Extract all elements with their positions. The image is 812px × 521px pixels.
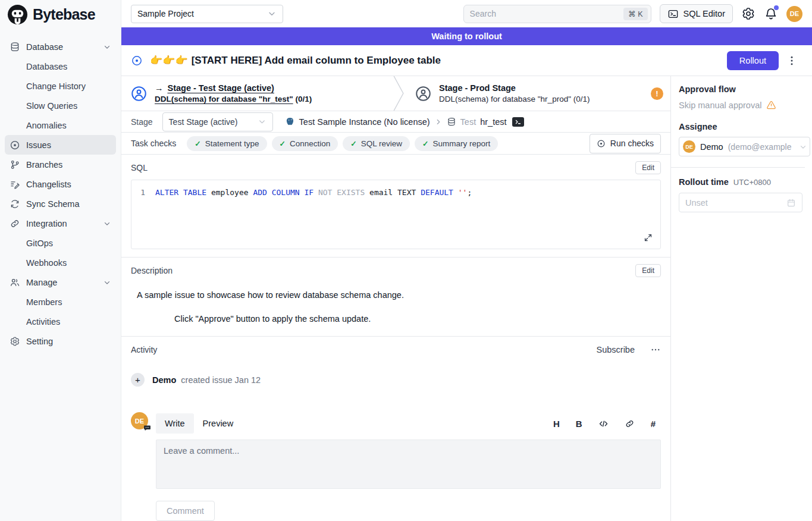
- project-selector-value: Sample Project: [137, 9, 194, 18]
- chevron-down-icon: [103, 219, 111, 228]
- check-icon: ✓: [195, 139, 200, 148]
- run-icon: [597, 139, 606, 148]
- pointing-hand-emoji: 👉👉👉: [150, 55, 188, 66]
- activity-heading: Activity: [131, 345, 157, 354]
- users-icon: [10, 277, 20, 288]
- run-checks-button[interactable]: Run checks: [590, 134, 661, 153]
- sidebar-nav: Database Databases Change History Slow Q…: [0, 29, 121, 351]
- chevron-down-icon: [103, 43, 111, 51]
- gear-icon: [10, 336, 20, 347]
- project-selector[interactable]: Sample Project: [131, 5, 283, 23]
- run-checks-label: Run checks: [610, 139, 654, 148]
- comment-input[interactable]: [156, 440, 661, 489]
- check-pill-label: SQL review: [361, 139, 402, 148]
- sidebar-item-gitops[interactable]: GitOps: [5, 233, 116, 253]
- tab-preview[interactable]: Preview: [194, 413, 243, 434]
- activity-actor: Demo: [152, 375, 176, 385]
- sidebar-item-integration[interactable]: Integration: [5, 214, 116, 233]
- sidebar-item-label: Slow Queries: [26, 101, 77, 111]
- expand-icon[interactable]: [644, 233, 653, 242]
- sql-section: SQL Edit 1 ALTER TABLE employee ADD COLU…: [121, 155, 670, 258]
- sql-token: '': [458, 188, 468, 197]
- ellipsis-menu-icon[interactable]: [650, 344, 661, 355]
- bytebase-logo-icon: [7, 4, 28, 25]
- sql-edit-button[interactable]: Edit: [635, 161, 661, 174]
- sidebar-item-slow-queries[interactable]: Slow Queries: [5, 96, 116, 115]
- description-section: Description Edit A sample issue to showc…: [121, 258, 670, 337]
- description-edit-button[interactable]: Edit: [635, 264, 661, 277]
- check-pill-statement-type[interactable]: ✓ Statement type: [187, 136, 267, 151]
- tab-write[interactable]: Write: [156, 413, 194, 434]
- assignee-selector[interactable]: DE Demo (demo@example: [679, 137, 810, 156]
- check-icon: ✓: [422, 139, 428, 148]
- chevron-down-icon: [267, 9, 277, 18]
- sidebar-item-databases[interactable]: Databases: [5, 57, 116, 76]
- approval-status-text: Skip manual approval: [679, 101, 761, 110]
- database-icon: [10, 42, 20, 52]
- database-link[interactable]: hr_test: [480, 117, 506, 127]
- code-icon[interactable]: [598, 419, 609, 429]
- main-area: Sample Project ⌘ K SQL Editor DE Waiting…: [121, 0, 812, 521]
- chevron-down-icon: [258, 117, 267, 126]
- check-pill-sql-review[interactable]: ✓ SQL review: [343, 136, 410, 151]
- comment-button[interactable]: Comment: [156, 501, 215, 521]
- issue-icon: [10, 140, 20, 150]
- sidebar-item-change-history[interactable]: Change History: [5, 76, 116, 96]
- sidebar-item-setting[interactable]: Setting: [5, 331, 116, 351]
- rollout-time-input[interactable]: [685, 198, 769, 208]
- line-number: 1: [131, 188, 155, 197]
- sidebar-item-label: Activities: [26, 317, 60, 327]
- sidebar-item-changelists[interactable]: Changelists: [5, 174, 116, 194]
- environment-label: Test: [460, 117, 476, 127]
- check-pill-summary-report[interactable]: ✓ Summary report: [415, 136, 498, 151]
- sql-editor-button[interactable]: SQL Editor: [660, 4, 733, 23]
- search-input[interactable]: [470, 9, 624, 18]
- chevron-down-icon: [799, 143, 807, 151]
- branch-icon: [10, 159, 20, 170]
- notifications-bell[interactable]: [764, 7, 778, 21]
- bytebase-logo[interactable]: Bytebase: [0, 0, 121, 29]
- comment-editor: DE Write Preview H B #: [131, 412, 661, 521]
- link-icon[interactable]: [625, 419, 635, 429]
- sidebar-item-label: Sync Schema: [26, 199, 79, 209]
- subscribe-link[interactable]: Subscribe: [597, 345, 635, 354]
- heading-button[interactable]: H: [553, 419, 560, 428]
- sidebar-item-database[interactable]: Database: [5, 37, 116, 57]
- sidebar-item-label: Manage: [26, 278, 57, 287]
- sidebar-item-branches[interactable]: Branches: [5, 155, 116, 174]
- stage-card-prod[interactable]: Stage - Prod Stage DDL(schema) for datab…: [406, 76, 670, 111]
- content-row: → Stage - Test Stage (active) DDL(schema…: [121, 76, 812, 521]
- sql-token: [313, 188, 318, 197]
- gear-icon[interactable]: [741, 7, 755, 21]
- sql-token: DEFAULT: [421, 188, 453, 197]
- description-heading: Description: [131, 266, 173, 275]
- sql-editor: 1 ALTER TABLE employee ADD COLUMN IF NOT…: [131, 180, 661, 249]
- rollout-time-picker[interactable]: [679, 193, 802, 212]
- hash-button[interactable]: #: [651, 419, 656, 428]
- sidebar-item-label: Changelists: [26, 180, 71, 189]
- stage-selector[interactable]: Test Stage (active): [162, 112, 273, 131]
- sidebar-item-sync-schema[interactable]: Sync Schema: [5, 194, 116, 214]
- sidebar-item-activities[interactable]: Activities: [5, 312, 116, 331]
- task-checks-label: Task checks: [131, 139, 176, 148]
- sidebar-item-label: Issues: [26, 140, 51, 150]
- sql-token: NOT EXISTS: [318, 188, 365, 197]
- check-pill-label: Statement type: [205, 139, 259, 148]
- open-sql-editor-badge[interactable]: [512, 117, 524, 127]
- sidebar-item-issues[interactable]: Issues: [5, 135, 116, 155]
- rollout-button[interactable]: Rollout: [727, 51, 779, 70]
- bold-button[interactable]: B: [576, 419, 582, 428]
- sync-icon: [10, 199, 20, 209]
- changelist-icon: [10, 179, 20, 190]
- user-avatar[interactable]: DE: [786, 6, 802, 22]
- sidebar-item-manage[interactable]: Manage: [5, 272, 116, 292]
- sidebar-item-webhooks[interactable]: Webhooks: [5, 253, 116, 272]
- sidebar-item-members[interactable]: Members: [5, 292, 116, 312]
- check-pill-connection[interactable]: ✓ Connection: [272, 136, 338, 151]
- stage-card-test[interactable]: → Stage - Test Stage (active) DDL(schema…: [121, 76, 393, 111]
- sidebar-item-anomalies[interactable]: Anomalies: [5, 115, 116, 135]
- kebab-menu-icon[interactable]: [786, 55, 798, 67]
- database-icon: [447, 117, 456, 127]
- instance-link[interactable]: Test Sample Instance (No license): [299, 117, 430, 127]
- search-box[interactable]: ⌘ K: [463, 5, 651, 23]
